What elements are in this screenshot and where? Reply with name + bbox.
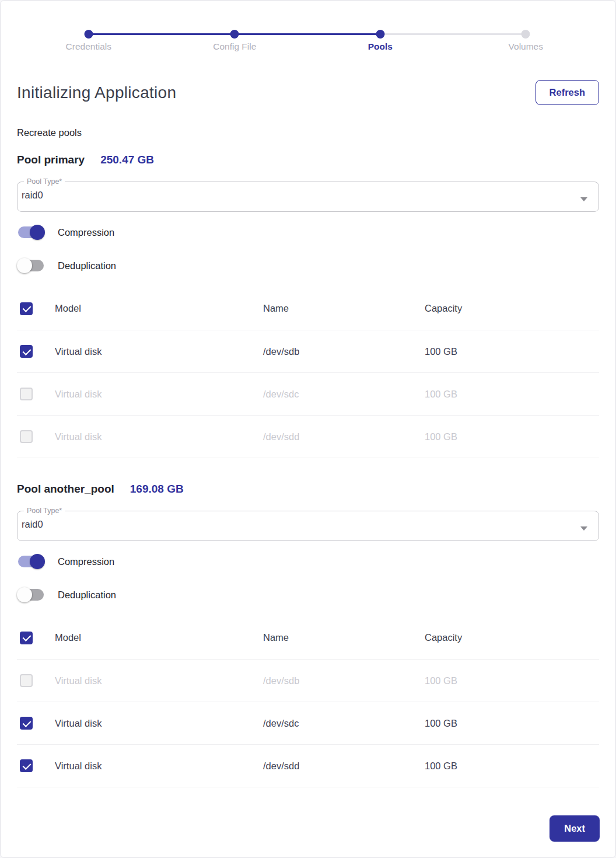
- deduplication-label: Deduplication: [58, 590, 116, 601]
- column-header-name: Name: [263, 632, 425, 643]
- pool-name: Pool primary: [17, 154, 85, 166]
- table-row: Virtual disk /dev/sdb 100 GB: [17, 330, 599, 373]
- refresh-button[interactable]: Refresh: [536, 80, 599, 105]
- step-label-pools: Pools: [368, 41, 393, 52]
- toggle-thumb: [30, 554, 45, 569]
- step-label-config-file: Config File: [213, 41, 256, 52]
- disk-model: Virtual disk: [55, 718, 263, 729]
- pool-size: 250.47 GB: [100, 154, 154, 166]
- table-row: Virtual disk /dev/sdb 100 GB: [17, 660, 599, 702]
- deduplication-row: Deduplication: [17, 258, 599, 273]
- table-header-row: Model Name Capacity: [17, 616, 599, 660]
- disk-model: Virtual disk: [55, 389, 263, 400]
- disk-capacity: 100 GB: [425, 675, 599, 686]
- footer: Next: [16, 815, 600, 842]
- disk-model: Virtual disk: [55, 761, 263, 772]
- disk-model: Virtual disk: [55, 346, 263, 357]
- select-all-checkbox[interactable]: [20, 302, 33, 315]
- column-header-capacity: Capacity: [425, 303, 599, 314]
- toggle-thumb: [30, 225, 45, 240]
- wizard-card: Credentials Config File Pools Volumes In…: [0, 0, 616, 858]
- column-header-capacity: Capacity: [425, 632, 599, 643]
- stepper-connector: [89, 33, 235, 35]
- page-header: Initializing Application Refresh: [17, 80, 599, 105]
- disk-capacity: 100 GB: [425, 389, 599, 400]
- compression-label: Compression: [58, 227, 114, 238]
- disk-capacity: 100 GB: [425, 431, 599, 442]
- disk-checkbox[interactable]: [20, 717, 33, 730]
- page-title: Initializing Application: [17, 83, 176, 102]
- pool-type-select[interactable]: Pool Type* raid0: [17, 178, 599, 212]
- chevron-down-icon: [580, 197, 587, 201]
- toggle-thumb: [17, 587, 32, 602]
- disk-checkbox: [20, 430, 33, 443]
- disk-model: Virtual disk: [55, 675, 263, 686]
- stepper-connector: [235, 33, 380, 35]
- step-dot-credentials: [84, 30, 93, 39]
- disk-checkbox: [20, 674, 33, 687]
- disk-capacity: 100 GB: [425, 761, 599, 772]
- compression-toggle[interactable]: [17, 554, 45, 569]
- compression-label: Compression: [58, 556, 114, 567]
- pool-size: 169.08 GB: [130, 483, 184, 496]
- pool-type-value: raid0: [18, 515, 598, 530]
- pool-title: Pool another_pool 169.08 GB: [17, 483, 599, 496]
- table-header-row: Model Name Capacity: [17, 287, 599, 330]
- compression-row: Compression: [17, 225, 599, 240]
- deduplication-toggle[interactable]: [17, 587, 45, 602]
- disk-model: Virtual disk: [55, 431, 263, 442]
- disk-name: /dev/sdd: [263, 761, 425, 772]
- pool-title: Pool primary 250.47 GB: [17, 154, 599, 166]
- pool-type-select[interactable]: Pool Type* raid0: [17, 507, 599, 541]
- column-header-model: Model: [55, 303, 263, 314]
- pool-section-another-pool: Pool another_pool 169.08 GB Pool Type* r…: [17, 483, 599, 787]
- pool-type-label: Pool Type*: [24, 178, 65, 186]
- chevron-down-icon: [580, 526, 587, 531]
- step-dot-config-file: [230, 30, 239, 39]
- disk-name: /dev/sdc: [263, 718, 425, 729]
- pool-type-label: Pool Type*: [24, 507, 65, 515]
- column-header-model: Model: [55, 632, 263, 643]
- table-row: Virtual disk /dev/sdc 100 GB: [17, 702, 599, 745]
- disk-capacity: 100 GB: [425, 718, 599, 729]
- compression-row: Compression: [17, 554, 599, 569]
- table-row: Virtual disk /dev/sdc 100 GB: [17, 373, 599, 416]
- disk-table: Model Name Capacity Virtual disk /dev/sd…: [17, 616, 599, 787]
- subtitle: Recreate pools: [17, 127, 599, 138]
- disk-name: /dev/sdb: [263, 675, 425, 686]
- pool-name: Pool another_pool: [17, 483, 114, 496]
- step-label-credentials: Credentials: [66, 41, 111, 52]
- deduplication-row: Deduplication: [17, 587, 599, 602]
- disk-name: /dev/sdd: [263, 431, 425, 442]
- step-dot-pools: [376, 30, 384, 39]
- select-all-checkbox[interactable]: [20, 632, 33, 644]
- disk-table: Model Name Capacity Virtual disk /dev/sd…: [17, 287, 599, 458]
- column-header-name: Name: [263, 303, 425, 314]
- pool-section-primary: Pool primary 250.47 GB Pool Type* raid0 …: [17, 154, 599, 458]
- disk-checkbox: [20, 388, 33, 400]
- disk-capacity: 100 GB: [425, 346, 599, 357]
- stepper: Credentials Config File Pools Volumes: [17, 1, 599, 57]
- next-button[interactable]: Next: [550, 815, 600, 842]
- step-label-volumes: Volumes: [509, 41, 543, 52]
- table-row: Virtual disk /dev/sdd 100 GB: [17, 416, 599, 458]
- compression-toggle[interactable]: [17, 225, 45, 240]
- table-row: Virtual disk /dev/sdd 100 GB: [17, 745, 599, 787]
- step-dot-volumes: [522, 30, 530, 39]
- disk-checkbox[interactable]: [20, 759, 33, 772]
- deduplication-toggle[interactable]: [17, 258, 45, 273]
- disk-checkbox[interactable]: [20, 345, 33, 358]
- pool-type-value: raid0: [18, 186, 598, 201]
- toggle-thumb: [17, 258, 32, 273]
- deduplication-label: Deduplication: [58, 260, 116, 271]
- disk-name: /dev/sdb: [263, 346, 425, 357]
- disk-name: /dev/sdc: [263, 389, 425, 400]
- stepper-connector: [380, 33, 526, 35]
